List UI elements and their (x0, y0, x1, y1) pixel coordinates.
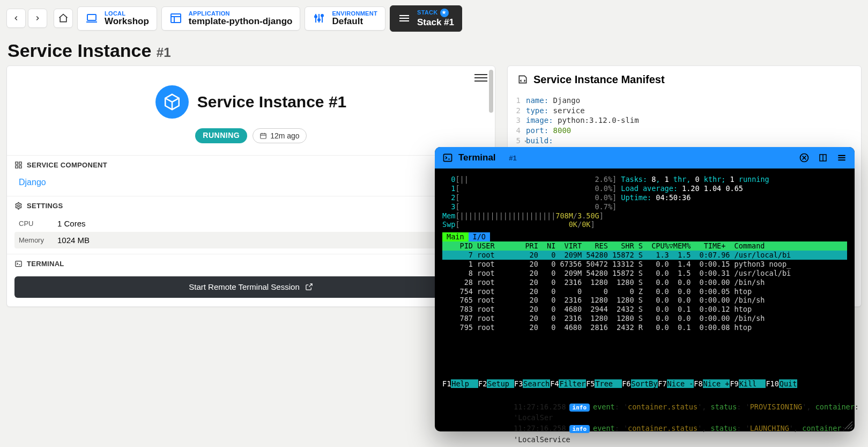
svg-rect-6 (16, 162, 18, 164)
breadcrumb-value: Stack #1 (417, 18, 454, 28)
start-terminal-button[interactable]: Start Remote Terminal Session (14, 276, 487, 298)
card-menu-button[interactable] (474, 71, 487, 84)
star-icon: ★ (440, 9, 449, 17)
service-name: Service Instance #1 (197, 93, 347, 111)
code-file-icon (517, 74, 528, 85)
terminal-titlebar[interactable]: Terminal #1 (435, 147, 855, 168)
maximize-icon[interactable] (818, 153, 828, 163)
manifest-heading: Service Instance Manifest (508, 66, 861, 93)
age-badge: 12m ago (253, 128, 306, 143)
component-link-django[interactable]: Django (14, 174, 50, 190)
calendar-icon (259, 132, 267, 140)
menu-icon[interactable] (836, 152, 847, 163)
section-service-component: SERVICE COMPONENT (7, 155, 495, 172)
home-icon (58, 13, 69, 24)
service-instance-card: Service Instance #1 RUNNING 12m ago SERV… (6, 65, 495, 307)
log-output: 11:27:16.258infoevent: 'container.status… (514, 401, 868, 445)
chevron-right-icon (34, 14, 41, 22)
chevron-left-icon (12, 14, 20, 22)
external-link-icon (305, 283, 313, 291)
nav-buttons (6, 9, 47, 28)
close-icon[interactable] (799, 152, 810, 163)
status-badge: RUNNING (195, 128, 247, 143)
svg-rect-7 (19, 162, 21, 164)
breadcrumb-local[interactable]: LOCAL Workshop (77, 6, 157, 31)
home-button[interactable] (54, 9, 73, 28)
section-settings: SETTINGS (7, 196, 495, 213)
setting-row-cpu: CPU 1 Cores (14, 215, 487, 232)
terminal-body[interactable]: 0[|| 2.6%] Tasks: 8, 1 thr, 0 kthr; 1 ru… (435, 168, 855, 431)
forward-button[interactable] (28, 9, 47, 28)
sliders-icon (313, 12, 325, 25)
svg-rect-8 (16, 165, 18, 167)
breadcrumb-value: Default (332, 17, 377, 27)
page-title: Service Instance #1 (0, 37, 868, 65)
terminal-icon (14, 260, 23, 268)
laptop-icon (85, 12, 98, 25)
app-window-icon (169, 12, 182, 25)
svg-rect-1 (171, 14, 181, 23)
svg-rect-9 (19, 165, 21, 167)
svg-rect-0 (87, 14, 96, 20)
terminal-icon (442, 152, 453, 163)
svg-rect-11 (16, 261, 21, 266)
breadcrumb-value: Workshop (105, 17, 149, 27)
top-toolbar: LOCAL Workshop APPLICATION template-pyth… (0, 0, 868, 37)
service-icon (155, 85, 189, 119)
section-terminal: TERMINAL (7, 254, 495, 271)
gear-icon (14, 202, 23, 210)
breadcrumb-value: template-python-django (189, 17, 293, 27)
grid-icon (14, 161, 23, 169)
breadcrumb-environment[interactable]: ENVIRONMENT Default (305, 6, 385, 31)
setting-row-memory: Memory 1024 MB (14, 232, 487, 248)
cube-icon (163, 93, 181, 111)
breadcrumb-application[interactable]: APPLICATION template-python-django (161, 6, 301, 31)
terminal-window: Terminal #1 0[|| 2.6%] Tasks: 8, 1 thr, … (435, 147, 855, 431)
scrollbar[interactable] (489, 70, 493, 113)
breadcrumb-stack[interactable]: STACK★ Stack #1 (390, 5, 462, 32)
svg-rect-5 (261, 134, 266, 138)
svg-point-10 (18, 204, 20, 207)
svg-rect-12 (444, 154, 452, 161)
stack-icon (398, 12, 411, 25)
breadcrumb-label: STACK★ (417, 9, 454, 18)
back-button[interactable] (6, 9, 26, 28)
